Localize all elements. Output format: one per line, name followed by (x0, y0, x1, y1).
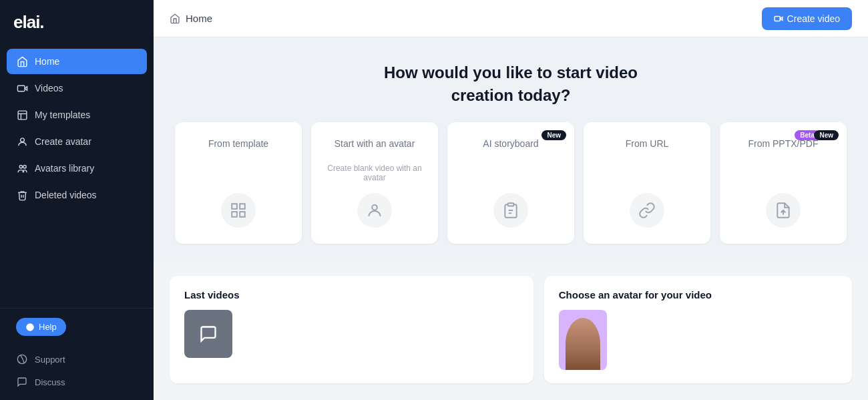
sidebar-item-deleted-videos-label: Deleted videos (35, 190, 97, 200)
create-video-button[interactable]: Create video (762, 7, 852, 30)
svg-rect-15 (232, 212, 237, 217)
discuss-icon (16, 376, 28, 388)
choose-avatar-title: Choose an avatar for your video (559, 289, 837, 301)
sidebar-item-discuss[interactable]: Discuss (7, 371, 147, 393)
upload-file-icon (766, 193, 801, 228)
sidebar-item-videos-label: Videos (35, 83, 63, 93)
card-from-template[interactable]: From template (175, 122, 302, 244)
card-from-url[interactable]: From URL (584, 122, 710, 244)
sidebar-item-create-avatar-label: Create avatar (35, 136, 91, 147)
video-list (184, 310, 519, 358)
sidebar-item-avatars-library-label: Avatars library (35, 163, 94, 174)
content-area: How would you like to start video creati… (154, 37, 868, 400)
card-from-template-title: From template (208, 138, 268, 149)
create-video-label: Create video (787, 13, 840, 24)
sidebar-item-videos[interactable]: Videos (7, 75, 147, 101)
svg-point-5 (20, 138, 24, 142)
topbar-home-label: Home (186, 13, 212, 24)
svg-rect-18 (508, 203, 514, 206)
sidebar-item-my-templates-label: My templates (35, 110, 90, 120)
card-avatar-title: Start with an avatar (335, 138, 415, 149)
creation-cards-row: From template Start with an avatar Creat… (170, 122, 852, 244)
svg-point-10 (17, 355, 26, 363)
sidebar-bottom: Help Support Discuss (0, 308, 154, 400)
card-start-with-avatar[interactable]: Start with an avatar Create blank video … (311, 122, 438, 244)
help-button[interactable]: Help (16, 318, 66, 336)
sidebar-item-support[interactable]: Support (7, 348, 147, 371)
topbar: Home Create video (154, 0, 868, 37)
sidebar: elai. Home Videos My templates Create av… (0, 0, 154, 400)
help-label: Help (39, 322, 57, 332)
choose-avatar-panel: Choose an avatar for your video (544, 276, 852, 383)
person-circle-icon (357, 193, 392, 228)
svg-rect-16 (240, 212, 245, 217)
svg-rect-0 (17, 85, 25, 91)
last-videos-title: Last videos (184, 289, 519, 301)
support-icon (16, 353, 28, 365)
new-badge: New (541, 130, 566, 140)
svg-rect-13 (232, 204, 237, 209)
discuss-label: Discuss (35, 377, 65, 387)
bottom-panels: Last videos Choose an avatar for your vi… (154, 262, 868, 397)
sidebar-nav: Home Videos My templates Create avatar A (0, 46, 154, 308)
logo: elai. (0, 0, 154, 46)
avatar-list (559, 310, 837, 370)
topbar-breadcrumb: Home (170, 13, 212, 24)
svg-point-6 (19, 165, 22, 168)
svg-rect-14 (240, 204, 245, 209)
link-icon (630, 193, 664, 228)
sidebar-item-my-templates[interactable]: My templates (7, 102, 147, 128)
grid-icon (221, 193, 256, 228)
svg-point-7 (23, 165, 25, 168)
avatar-item[interactable] (559, 310, 607, 370)
hero-heading: How would you like to start video creati… (170, 61, 852, 106)
svg-rect-2 (18, 111, 27, 120)
library-icon (16, 162, 28, 174)
home-breadcrumb-icon (170, 13, 180, 24)
card-from-pptx[interactable]: Beta New From PPTX/PDF (720, 122, 847, 244)
create-avatar-icon (16, 136, 28, 148)
card-ai-storyboard-title: AI storyboard (483, 138, 538, 149)
video-icon (16, 82, 28, 94)
card-ai-storyboard[interactable]: New AI storyboard (447, 122, 574, 244)
main: Home Create video How would you like to … (154, 0, 868, 400)
hero-section: How would you like to start video creati… (154, 37, 868, 262)
sidebar-item-deleted-videos[interactable]: Deleted videos (7, 182, 147, 208)
last-videos-panel: Last videos (170, 276, 533, 383)
card-avatar-subtitle: Create blank video with an avatar (324, 164, 425, 182)
sidebar-item-home-label: Home (35, 56, 59, 67)
trash-icon (16, 189, 28, 201)
clipboard-icon (493, 193, 528, 228)
card-from-url-title: From URL (626, 138, 669, 149)
template-icon (16, 109, 28, 121)
sidebar-item-create-avatar[interactable]: Create avatar (7, 129, 147, 154)
new-badge-pptx: New (814, 130, 839, 140)
svg-point-9 (29, 325, 30, 326)
video-thumbnail[interactable] (184, 310, 232, 358)
support-label: Support (35, 355, 65, 365)
svg-point-17 (372, 205, 377, 210)
home-icon (16, 55, 28, 67)
sidebar-item-home[interactable]: Home (7, 49, 147, 74)
sidebar-item-avatars-library[interactable]: Avatars library (7, 156, 147, 181)
